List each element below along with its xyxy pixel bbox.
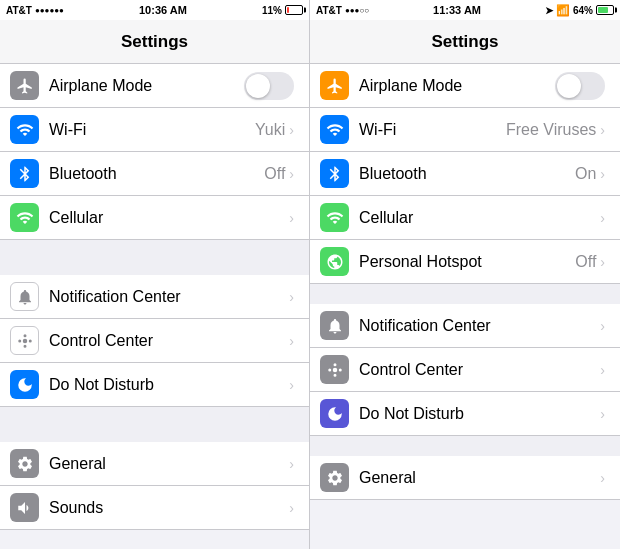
general-icon-right bbox=[320, 463, 349, 492]
separator-2-right bbox=[310, 436, 620, 456]
notifications-label-right: Notification Center bbox=[359, 317, 600, 335]
battery-fill-right bbox=[598, 7, 608, 13]
airplane-label-left: Airplane Mode bbox=[49, 77, 244, 95]
gps-icon: ➤ bbox=[545, 5, 553, 16]
carrier-left: AT&T bbox=[6, 5, 32, 16]
separator-2-left bbox=[0, 407, 309, 442]
battery-pct-right: 64% bbox=[573, 5, 593, 16]
general-chevron-left: › bbox=[289, 456, 294, 472]
settings-list-right: Airplane Mode Wi-Fi Free Viruses › Bluet… bbox=[310, 64, 620, 549]
row-sounds-left[interactable]: Sounds › bbox=[0, 486, 309, 530]
status-right-left: 11% bbox=[262, 5, 303, 16]
bluetooth-value-right: On bbox=[575, 165, 596, 183]
svg-point-1 bbox=[332, 367, 337, 372]
airplane-label-right: Airplane Mode bbox=[359, 77, 555, 95]
general-label-left: General bbox=[49, 455, 289, 473]
airplane-icon-left bbox=[10, 71, 39, 100]
status-bar-right: AT&T ●●●○○ 11:33 AM ➤ 📶 64% bbox=[310, 0, 620, 20]
row-cellular-right[interactable]: Cellular › bbox=[310, 196, 620, 240]
status-bar-left: AT&T ●●●●●● 10:36 AM 11% bbox=[0, 0, 309, 20]
row-cellular-left[interactable]: Cellular › bbox=[0, 196, 309, 240]
dnd-label-left: Do Not Disturb bbox=[49, 376, 289, 394]
dnd-chevron-right: › bbox=[600, 406, 605, 422]
row-control-left[interactable]: Control Center › bbox=[0, 319, 309, 363]
left-panel: AT&T ●●●●●● 10:36 AM 11% Settings Airpla… bbox=[0, 0, 310, 549]
battery-icon-right bbox=[596, 5, 614, 15]
time-left: 10:36 AM bbox=[139, 4, 187, 16]
cellular-icon-left bbox=[10, 203, 39, 232]
row-general-left[interactable]: General › bbox=[0, 442, 309, 486]
separator-1-right bbox=[310, 284, 620, 304]
wifi-value-right: Free Viruses bbox=[506, 121, 596, 139]
row-notifications-right[interactable]: Notification Center › bbox=[310, 304, 620, 348]
status-right-right: ➤ 📶 64% bbox=[545, 4, 614, 17]
dnd-label-right: Do Not Disturb bbox=[359, 405, 600, 423]
row-airplane-left[interactable]: Airplane Mode bbox=[0, 64, 309, 108]
row-dnd-left[interactable]: Do Not Disturb › bbox=[0, 363, 309, 407]
row-airplane-right[interactable]: Airplane Mode bbox=[310, 64, 620, 108]
notifications-label-left: Notification Center bbox=[49, 288, 289, 306]
airplane-toggle-knob-left bbox=[246, 74, 270, 98]
general-label-right: General bbox=[359, 469, 600, 487]
control-chevron-right: › bbox=[600, 362, 605, 378]
bluetooth-chevron-left: › bbox=[289, 166, 294, 182]
row-notifications-left[interactable]: Notification Center › bbox=[0, 275, 309, 319]
cellular-icon-right bbox=[320, 203, 349, 232]
wifi-icon-right bbox=[320, 115, 349, 144]
bluetooth-icon-left bbox=[10, 159, 39, 188]
status-left: AT&T ●●●●●● bbox=[6, 5, 64, 16]
notification-icon-left bbox=[10, 282, 39, 311]
page-title-right: Settings bbox=[431, 32, 498, 52]
sounds-icon-left bbox=[10, 493, 39, 522]
row-wifi-left[interactable]: Wi-Fi Yuki › bbox=[0, 108, 309, 152]
battery-pct-left: 11% bbox=[262, 5, 282, 16]
wifi-chevron-left: › bbox=[289, 122, 294, 138]
airplane-toggle-knob-right bbox=[557, 74, 581, 98]
hotspot-icon-right bbox=[320, 247, 349, 276]
row-control-right[interactable]: Control Center › bbox=[310, 348, 620, 392]
status-left-right: AT&T ●●●○○ bbox=[316, 5, 369, 16]
notifications-chevron-left: › bbox=[289, 289, 294, 305]
cellular-label-right: Cellular bbox=[359, 209, 600, 227]
row-bluetooth-left[interactable]: Bluetooth Off › bbox=[0, 152, 309, 196]
airplane-toggle-left[interactable] bbox=[244, 72, 294, 100]
row-bluetooth-right[interactable]: Bluetooth On › bbox=[310, 152, 620, 196]
wifi-icon-left bbox=[10, 115, 39, 144]
right-panel: AT&T ●●●○○ 11:33 AM ➤ 📶 64% Settings Air… bbox=[310, 0, 620, 549]
nav-bar-left: Settings bbox=[0, 20, 309, 64]
general-chevron-right: › bbox=[600, 470, 605, 486]
cellular-chevron-right: › bbox=[600, 210, 605, 226]
general-icon-left bbox=[10, 449, 39, 478]
battery-fill-left bbox=[287, 7, 289, 13]
control-icon-left bbox=[10, 326, 39, 355]
hotspot-chevron-right: › bbox=[600, 254, 605, 270]
dnd-icon-right bbox=[320, 399, 349, 428]
row-wifi-right[interactable]: Wi-Fi Free Viruses › bbox=[310, 108, 620, 152]
separator-1-left bbox=[0, 240, 309, 275]
control-label-left: Control Center bbox=[49, 332, 289, 350]
bluetooth-chevron-right: › bbox=[600, 166, 605, 182]
page-title-left: Settings bbox=[121, 32, 188, 52]
svg-point-0 bbox=[22, 338, 27, 343]
bluetooth-icon-right bbox=[320, 159, 349, 188]
row-dnd-right[interactable]: Do Not Disturb › bbox=[310, 392, 620, 436]
row-hotspot-right[interactable]: Personal Hotspot Off › bbox=[310, 240, 620, 284]
airplane-toggle-right[interactable] bbox=[555, 72, 605, 100]
bluetooth-value-left: Off bbox=[264, 165, 285, 183]
carrier-right: AT&T bbox=[316, 5, 342, 16]
sounds-chevron-left: › bbox=[289, 500, 294, 516]
hotspot-value-right: Off bbox=[575, 253, 596, 271]
nav-bar-right: Settings bbox=[310, 20, 620, 64]
cellular-chevron-left: › bbox=[289, 210, 294, 226]
settings-list-left: Airplane Mode Wi-Fi Yuki › Bluetooth Off… bbox=[0, 64, 309, 549]
row-general-right[interactable]: General › bbox=[310, 456, 620, 500]
control-chevron-left: › bbox=[289, 333, 294, 349]
control-icon-right bbox=[320, 355, 349, 384]
cellular-label-left: Cellular bbox=[49, 209, 289, 227]
bluetooth-label-left: Bluetooth bbox=[49, 165, 264, 183]
bluetooth-label-right: Bluetooth bbox=[359, 165, 575, 183]
sounds-label-left: Sounds bbox=[49, 499, 289, 517]
bt-icon: 📶 bbox=[556, 4, 570, 17]
dnd-icon-left bbox=[10, 370, 39, 399]
airplane-icon-right bbox=[320, 71, 349, 100]
